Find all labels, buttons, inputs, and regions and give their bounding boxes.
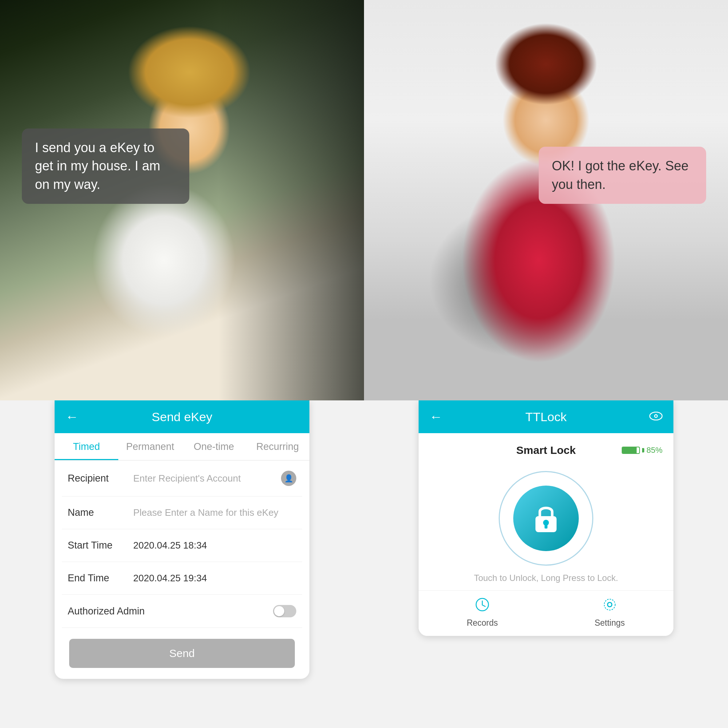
ttlock-title: TTLock: [525, 410, 566, 424]
lock-circle-area: Touch to Unlock, Long Press to Lock.: [419, 460, 673, 590]
name-input[interactable]: Please Enter a Name for this eKey: [133, 507, 296, 518]
send-button-label: Send: [169, 647, 195, 659]
end-time-label: End Time: [68, 573, 133, 584]
name-row: Name Please Enter a Name for this eKey: [62, 497, 302, 529]
ekey-form: Recipient Enter Recipient's Account 👤 Na…: [55, 460, 309, 679]
top-photos-section: I send you a eKey to get in my house. I …: [0, 0, 728, 401]
bottom-screens-section: ← Send eKey Timed Permanent One-time Rec…: [0, 401, 728, 728]
lock-header: Smart Lock 85%: [419, 433, 673, 460]
right-photo: OK! I got the eKey. See you then.: [364, 0, 728, 401]
svg-point-2: [655, 415, 657, 417]
speech-bubble-right: OK! I got the eKey. See you then.: [539, 147, 706, 204]
records-icon: [475, 597, 489, 615]
records-label: Records: [466, 618, 498, 628]
lock-inner: [513, 486, 579, 551]
speech-bubble-right-text: OK! I got the eKey. See you then.: [552, 158, 689, 191]
eye-icon[interactable]: [649, 411, 662, 423]
lock-circle[interactable]: [499, 471, 593, 566]
authorized-admin-toggle[interactable]: [273, 605, 296, 617]
battery-indicator: 85%: [622, 445, 662, 455]
send-ekey-screen: ← Send eKey Timed Permanent One-time Rec…: [55, 401, 309, 679]
settings-label: Settings: [594, 618, 625, 628]
end-time-row: End Time 2020.04.25 19:34: [62, 562, 302, 595]
send-button[interactable]: Send: [69, 639, 295, 668]
start-time-row: Start Time 2020.04.25 18:34: [62, 529, 302, 562]
svg-rect-5: [544, 525, 548, 529]
user-icon[interactable]: 👤: [281, 471, 296, 486]
ttlock-header: ← TTLock: [419, 401, 673, 433]
settings-icon: [603, 597, 617, 615]
ttlock-back-button[interactable]: ←: [430, 409, 443, 424]
unlock-hint: Touch to Unlock, Long Press to Lock.: [474, 573, 618, 583]
start-time-value[interactable]: 2020.04.25 18:34: [133, 540, 296, 551]
send-ekey-title: Send eKey: [152, 410, 212, 424]
authorized-admin-row: Authorized Admin: [62, 595, 302, 628]
ekey-tabs: Timed Permanent One-time Recurring: [55, 433, 309, 460]
recipient-label: Recipient: [68, 473, 133, 484]
nav-settings[interactable]: Settings: [546, 597, 673, 628]
tab-recurring[interactable]: Recurring: [246, 433, 309, 460]
recipient-row: Recipient Enter Recipient's Account 👤: [62, 460, 302, 497]
send-ekey-phone: ← Send eKey Timed Permanent One-time Rec…: [0, 401, 364, 728]
battery-tip: [642, 448, 644, 453]
battery-text: 85%: [647, 445, 662, 455]
recipient-input[interactable]: Enter Recipient's Account: [133, 473, 277, 484]
svg-point-9: [607, 603, 612, 607]
start-time-label: Start Time: [68, 540, 133, 551]
name-label: Name: [68, 507, 133, 518]
left-photo: I send you a eKey to get in my house. I …: [0, 0, 364, 401]
ttlock-phone: ← TTLock Smart Lock: [364, 401, 728, 728]
battery-fill: [622, 447, 637, 453]
send-ekey-header: ← Send eKey: [55, 401, 309, 433]
bottom-nav: Records Settings: [419, 590, 673, 636]
svg-point-4: [543, 520, 549, 526]
lock-svg: [530, 500, 562, 537]
back-button[interactable]: ←: [66, 409, 79, 424]
svg-point-8: [604, 599, 615, 610]
tab-permanent[interactable]: Permanent: [118, 433, 182, 460]
nav-records[interactable]: Records: [419, 597, 546, 628]
battery-bar: [622, 447, 640, 454]
tab-one-time[interactable]: One-time: [182, 433, 246, 460]
speech-bubble-left-text: I send you a eKey to get in my house. I …: [35, 140, 160, 192]
end-time-value[interactable]: 2020.04.25 19:34: [133, 573, 296, 584]
lock-name: Smart Lock: [516, 444, 575, 456]
tab-timed[interactable]: Timed: [55, 433, 118, 460]
authorized-admin-label: Authorized Admin: [68, 606, 273, 617]
speech-bubble-left: I send you a eKey to get in my house. I …: [22, 128, 189, 204]
ttlock-screen: ← TTLock Smart Lock: [419, 401, 673, 636]
